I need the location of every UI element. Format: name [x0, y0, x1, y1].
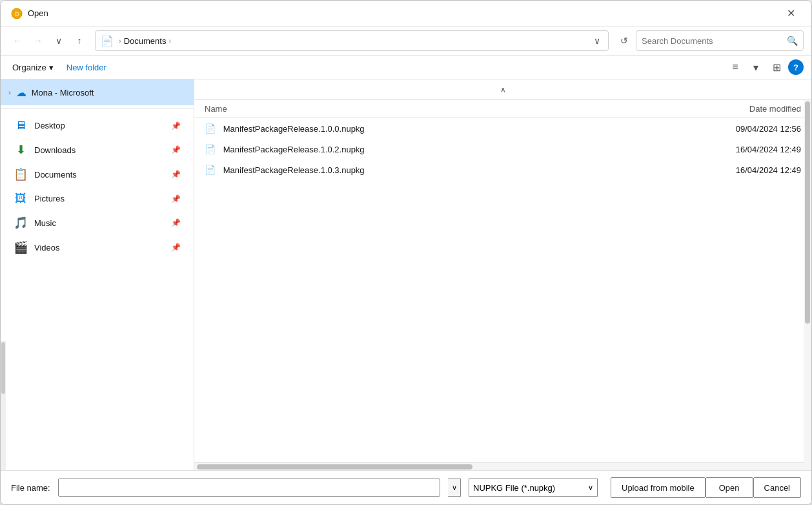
file-name-cell: 📄 ManifestPackageRelease.1.0.3.nupkg — [194, 160, 587, 180]
search-icon: 🔍 — [787, 36, 798, 46]
bottom-actions: Upload from mobile Open Cancel — [611, 477, 801, 498]
breadcrumb-sep1: › — [119, 37, 121, 45]
downloads-pin-icon: 📌 — [171, 145, 181, 154]
folder-icon: 📄 — [101, 35, 114, 47]
col-date[interactable]: Date modified — [587, 100, 811, 118]
pictures-icon: 🖼 — [14, 192, 28, 205]
sidebar-item-documents-label: Documents — [34, 170, 165, 180]
sidebar-item-desktop-label: Desktop — [34, 121, 165, 130]
sidebar-item-downloads[interactable]: ⬇ Downloads 📌 — [3, 138, 191, 162]
recent-locations-button[interactable]: ∨ — [50, 32, 68, 50]
organize-arrow: ▾ — [49, 63, 54, 72]
help-button[interactable]: ? — [788, 59, 804, 75]
sidebar-item-downloads-label: Downloads — [34, 145, 165, 155]
file-icon: 📄 — [205, 165, 216, 175]
forward-button[interactable]: → — [29, 32, 47, 50]
music-icon: 🎵 — [14, 216, 28, 230]
file-name-cell: 📄 ManifestPackageRelease.1.0.2.nupkg — [194, 139, 587, 160]
search-box: 🔍 — [636, 30, 804, 51]
breadcrumb-folder[interactable]: Documents — [124, 36, 167, 46]
app-icon: ⊙ — [11, 8, 23, 19]
file-name-cell: 📄 ManifestPackageRelease.1.0.0.nupkg — [194, 118, 587, 139]
filetype-label: NUPKG File (*.nupkg) — [473, 483, 583, 493]
open-dialog: ⊙ Open ✕ ← → ∨ ↑ 📄 › Documents › ∨ ↺ 🔍 O… — [0, 0, 812, 505]
organize-label: Organize — [12, 63, 46, 72]
bottom-bar: File name: ∨ NUPKG File (*.nupkg) ∨ Uplo… — [1, 470, 811, 504]
vertical-scrollbar[interactable] — [804, 100, 811, 470]
sidebar-item-documents[interactable]: 📋 Documents 📌 — [3, 162, 191, 187]
new-folder-label: New folder — [66, 63, 107, 72]
open-button[interactable]: Open — [705, 477, 753, 498]
search-input[interactable] — [642, 36, 783, 46]
refresh-button[interactable]: ↺ — [615, 32, 633, 50]
onedrive-label: Mona - Microsoft — [32, 88, 94, 98]
new-folder-button[interactable]: New folder — [63, 60, 110, 75]
file-list-header: ∧ — [194, 79, 811, 100]
breadcrumb-sep2: › — [168, 37, 171, 45]
sidebar-item-desktop[interactable]: 🖥 Desktop 📌 — [3, 114, 191, 138]
sidebar-item-music[interactable]: 🎵 Music 📌 — [3, 211, 191, 235]
documents-pin-icon: 📌 — [171, 170, 181, 179]
file-table: Name Date modified 📄 ManifestPackageRele… — [194, 100, 811, 462]
toolbar2-right: ≡ ▾ ⊞ ? — [726, 58, 804, 76]
sidebar-expand-arrow: › — [8, 88, 11, 96]
sidebar-header[interactable]: › ☁ Mona - Microsoft — [1, 79, 194, 105]
view-dropdown-button[interactable]: ▾ — [747, 58, 765, 76]
sidebar-item-videos-label: Videos — [34, 243, 165, 252]
sidebar-item-pictures[interactable]: 🖼 Pictures 📌 — [3, 187, 191, 211]
back-button[interactable]: ← — [8, 32, 26, 50]
breadcrumb-dropdown-button[interactable]: ∨ — [591, 36, 603, 46]
table-row[interactable]: 📄 ManifestPackageRelease.1.0.2.nupkg 16/… — [194, 139, 811, 160]
upload-from-mobile-button[interactable]: Upload from mobile — [611, 477, 705, 498]
filename-input[interactable] — [58, 479, 440, 497]
sidebar-divider — [1, 108, 194, 108]
title-bar: ⊙ Open ✕ — [1, 1, 811, 26]
downloads-icon: ⬇ — [14, 143, 28, 157]
onedrive-icon: ☁ — [16, 87, 26, 99]
file-icon: 📄 — [205, 144, 216, 154]
organize-toolbar: Organize ▾ New folder ≡ ▾ ⊞ ? — [1, 56, 811, 79]
pictures-pin-icon: 📌 — [171, 194, 181, 203]
close-button[interactable]: ✕ — [780, 3, 801, 24]
organize-button[interactable]: Organize ▾ — [8, 60, 57, 75]
horizontal-scrollbar[interactable] — [194, 462, 811, 470]
file-list-container: ∧ Name Date modified 📄 Manife — [194, 79, 811, 470]
sidebar-item-music-label: Music — [34, 218, 165, 228]
music-pin-icon: 📌 — [171, 218, 181, 227]
vscrollbar-thumb — [805, 101, 810, 324]
table-row[interactable]: 📄 ManifestPackageRelease.1.0.0.nupkg 09/… — [194, 118, 811, 139]
address-toolbar: ← → ∨ ↑ 📄 › Documents › ∨ ↺ 🔍 — [1, 26, 811, 56]
up-button[interactable]: ↑ — [70, 32, 88, 50]
file-icon: 📄 — [205, 123, 216, 134]
documents-icon: 📋 — [14, 167, 28, 181]
collapse-arrow[interactable]: ∧ — [500, 85, 506, 94]
sidebar: › ☁ Mona - Microsoft 🖥 Desktop 📌 ⬇ Downl… — [1, 79, 194, 470]
sidebar-item-videos[interactable]: 🎬 Videos 📌 — [3, 235, 191, 260]
svg-text:⊙: ⊙ — [14, 10, 19, 17]
view-list-button[interactable]: ≡ — [726, 58, 744, 76]
col-name[interactable]: Name — [194, 100, 587, 118]
hscrollbar-thumb — [197, 464, 472, 469]
sidebar-item-pictures-label: Pictures — [34, 194, 165, 203]
videos-icon: 🎬 — [14, 240, 28, 254]
filename-label: File name: — [11, 483, 50, 493]
cancel-button[interactable]: Cancel — [753, 477, 801, 498]
view-grid-button[interactable]: ⊞ — [767, 58, 786, 76]
breadcrumb-bar[interactable]: 📄 › Documents › ∨ — [95, 30, 609, 51]
table-row[interactable]: 📄 ManifestPackageRelease.1.0.3.nupkg 16/… — [194, 160, 811, 180]
filetype-select[interactable]: NUPKG File (*.nupkg) ∨ — [469, 479, 598, 497]
file-name: ManifestPackageRelease.1.0.2.nupkg — [223, 145, 365, 154]
sidebar-items: 🖥 Desktop 📌 ⬇ Downloads 📌 📋 Documents 📌 … — [1, 111, 194, 262]
file-name: ManifestPackageRelease.1.0.3.nupkg — [223, 165, 365, 175]
file-date-cell: 16/04/2024 12:49 — [587, 160, 811, 180]
file-date-cell: 09/04/2024 12:56 — [587, 118, 811, 139]
desktop-icon: 🖥 — [14, 119, 28, 132]
file-date-cell: 16/04/2024 12:49 — [587, 139, 811, 160]
desktop-pin-icon: 📌 — [171, 121, 181, 130]
file-name: ManifestPackageRelease.1.0.0.nupkg — [223, 124, 365, 134]
filetype-dropdown-arrow: ∨ — [588, 484, 593, 492]
videos-pin-icon: 📌 — [171, 243, 181, 252]
dialog-title: Open — [28, 8, 780, 18]
main-content: › ☁ Mona - Microsoft 🖥 Desktop 📌 ⬇ Downl… — [1, 79, 811, 470]
filename-dropdown-button[interactable]: ∨ — [448, 479, 461, 497]
